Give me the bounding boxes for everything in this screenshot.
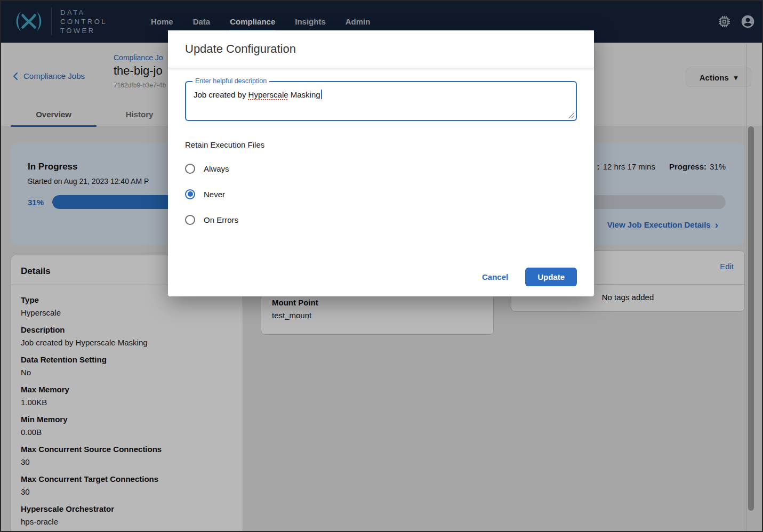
update-button[interactable]: Update [525, 268, 577, 286]
description-textarea[interactable]: Enter helpful description Job created by… [185, 81, 577, 121]
modal-body: Enter helpful description Job created by… [168, 68, 594, 226]
modal-header: Update Configuration [168, 30, 594, 68]
radio-label: Always [204, 164, 229, 173]
radio-option-on-errors[interactable]: On Errors [185, 213, 577, 226]
radio-icon-always[interactable] [185, 164, 195, 174]
radio-label: Never [204, 190, 225, 199]
update-configuration-modal: Update Configuration Enter helpful descr… [168, 30, 594, 296]
radio-option-always[interactable]: Always [185, 162, 577, 175]
modal-footer: Cancel Update [479, 268, 577, 286]
textarea-resize-handle[interactable] [568, 112, 574, 118]
radio-option-never[interactable]: Never [185, 188, 577, 200]
radio-icon-never-checked[interactable] [185, 189, 195, 199]
text-cursor [321, 90, 322, 99]
radio-label: On Errors [204, 215, 238, 224]
description-field-label: Enter helpful description [192, 77, 269, 85]
cancel-button[interactable]: Cancel [479, 272, 511, 282]
radio-icon-on-errors[interactable] [185, 215, 195, 225]
radio-group-label: Retain Execution Files [185, 140, 577, 149]
modal-title: Update Configuration [185, 42, 296, 56]
misspelled-word: Hyperscale [248, 90, 288, 99]
